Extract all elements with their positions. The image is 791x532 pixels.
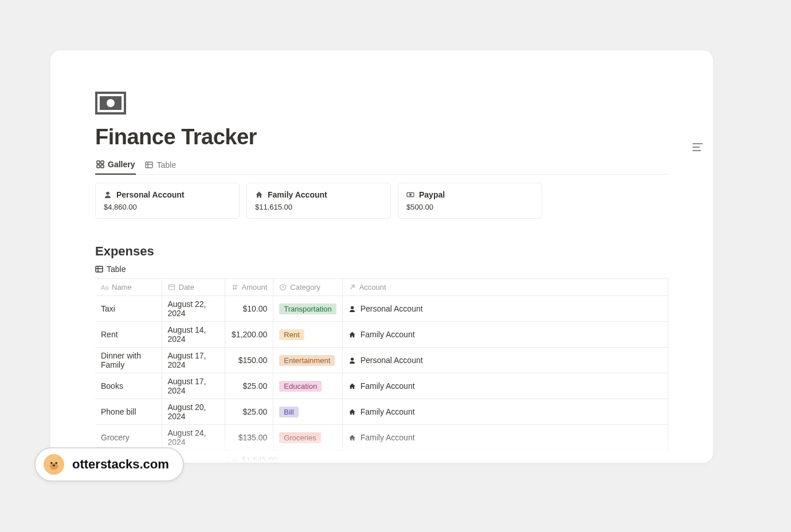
col-name-label[interactable]: Name — [112, 283, 132, 291]
col-category-label[interactable]: Category — [290, 283, 320, 291]
cell-amount[interactable]: $10.00 — [225, 296, 273, 322]
account-name: Paypal — [419, 190, 445, 199]
svg-line-21 — [350, 285, 354, 289]
home-icon — [348, 383, 356, 390]
calendar-icon — [168, 283, 175, 291]
svg-text:Aa: Aa — [101, 284, 108, 291]
home-icon — [348, 331, 356, 338]
sum-label: SUM — [225, 458, 238, 463]
home-icon — [348, 434, 356, 442]
cell-date[interactable]: August 17, 2024 — [162, 373, 225, 399]
svg-rect-1 — [101, 161, 104, 164]
table-row[interactable]: BooksAugust 17, 2024$25.00EducationFamil… — [95, 373, 668, 399]
svg-line-19 — [236, 285, 236, 290]
svg-point-38 — [50, 462, 52, 464]
cell-account[interactable]: Family Account — [342, 425, 668, 451]
expenses-view-label: Table — [107, 265, 126, 274]
svg-rect-10 — [96, 266, 103, 272]
account-name: Family Account — [361, 381, 415, 391]
svg-point-37 — [50, 463, 58, 470]
cell-amount[interactable]: $135.00 — [225, 425, 273, 451]
account-name: Family Account — [268, 190, 327, 199]
account-cards-row: Personal Account$4,860.00Family Account$… — [95, 183, 668, 219]
svg-rect-14 — [169, 285, 174, 290]
relation-icon — [348, 283, 356, 291]
cell-category[interactable]: Bill — [273, 399, 342, 425]
person-icon — [348, 357, 356, 364]
cell-account[interactable]: Family Account — [342, 373, 668, 399]
svg-point-7 — [106, 192, 109, 195]
cell-account[interactable]: Family Account — [342, 399, 668, 425]
home-icon — [348, 408, 356, 416]
category-tag: Education — [279, 381, 322, 392]
table-row[interactable]: TaxiAugust 22, 2024$10.00TransportationP… — [95, 296, 668, 322]
cell-date[interactable]: August 14, 2024 — [162, 322, 225, 348]
cell-date[interactable]: August 22, 2024 — [162, 296, 225, 322]
account-name: Family Account — [361, 433, 415, 442]
table-row[interactable]: Dinner with FamilyAugust 17, 2024$150.00… — [95, 348, 668, 373]
category-tag: Rent — [279, 329, 304, 340]
cell-amount[interactable]: $25.00 — [225, 399, 273, 425]
home-icon — [255, 191, 263, 199]
cell-name[interactable]: Taxi — [95, 296, 162, 322]
table-icon — [145, 161, 153, 169]
cell-date[interactable]: August 17, 2024 — [162, 348, 225, 373]
svg-point-22 — [351, 306, 354, 309]
otter-icon — [44, 454, 64, 475]
cell-amount[interactable]: $25.00 — [225, 373, 273, 399]
cell-name[interactable]: Phone bill — [95, 399, 162, 425]
expenses-table-tab[interactable]: Table — [95, 265, 126, 278]
cell-date[interactable]: August 24, 2024 — [162, 425, 225, 451]
svg-point-23 — [351, 357, 354, 360]
cell-amount[interactable]: $150.00 — [225, 348, 273, 373]
account-balance: $4,860.00 — [104, 203, 231, 211]
expenses-sum-value: $1,545.00 — [242, 455, 277, 463]
tab-table[interactable]: Table — [144, 156, 177, 174]
cell-category[interactable]: Groceries — [273, 425, 342, 451]
cell-name[interactable]: Dinner with Family — [95, 348, 162, 373]
table-row[interactable]: GroceryAugust 24, 2024$135.00GroceriesFa… — [95, 425, 668, 451]
svg-rect-0 — [97, 161, 100, 164]
svg-point-9 — [410, 194, 412, 196]
watermark[interactable]: otterstacks.com — [34, 447, 184, 482]
cell-name[interactable]: Rent — [95, 322, 162, 348]
tab-label: Gallery — [108, 160, 135, 169]
table-icon — [95, 265, 103, 273]
cell-account[interactable]: Personal Account — [342, 296, 668, 322]
account-card[interactable]: Paypal$500.00 — [398, 183, 542, 219]
account-card[interactable]: Personal Account$4,860.00 — [95, 183, 240, 219]
person-icon — [348, 305, 356, 313]
account-name: Personal Account — [361, 304, 423, 313]
cell-category[interactable]: Rent — [273, 322, 342, 348]
page-title: Finance Tracker — [95, 125, 668, 149]
svg-rect-2 — [97, 165, 100, 168]
cell-category[interactable]: Education — [273, 373, 342, 399]
account-name: Personal Account — [361, 356, 423, 365]
col-account-label[interactable]: Account — [359, 283, 386, 291]
account-balance: $11,615.00 — [255, 203, 382, 211]
cell-account[interactable]: Personal Account — [342, 348, 668, 373]
tab-gallery[interactable]: Gallery — [95, 156, 136, 175]
gallery-icon — [96, 160, 104, 168]
cell-account[interactable]: Family Account — [342, 322, 668, 348]
svg-point-40 — [53, 464, 55, 466]
table-row[interactable]: RentAugust 14, 2024$1,200.00RentFamily A… — [95, 322, 668, 348]
cell-name[interactable]: Grocery — [95, 425, 162, 451]
cell-amount[interactable]: $1,200.00 — [225, 322, 273, 348]
account-card[interactable]: Family Account$11,615.00 — [246, 183, 391, 219]
view-tabs: Gallery Table — [95, 156, 668, 175]
col-amount-label[interactable]: Amount — [242, 283, 268, 291]
col-date-label[interactable]: Date — [179, 283, 194, 291]
money-icon — [95, 92, 126, 115]
expenses-heading: Expenses — [95, 244, 668, 259]
cell-category[interactable]: Transportation — [273, 296, 342, 322]
cell-name[interactable]: Books — [95, 373, 162, 399]
menu-toggle-icon[interactable] — [692, 143, 703, 151]
cell-date[interactable]: August 20, 2024 — [162, 399, 225, 425]
table-row[interactable]: Phone billAugust 20, 2024$25.00BillFamil… — [95, 399, 668, 425]
cell-category[interactable]: Entertainment — [273, 348, 342, 373]
account-name: Family Account — [361, 407, 415, 416]
svg-rect-3 — [101, 165, 104, 168]
number-icon — [231, 283, 238, 291]
app-window: Finance Tracker Gallery Table Personal A… — [50, 50, 713, 463]
